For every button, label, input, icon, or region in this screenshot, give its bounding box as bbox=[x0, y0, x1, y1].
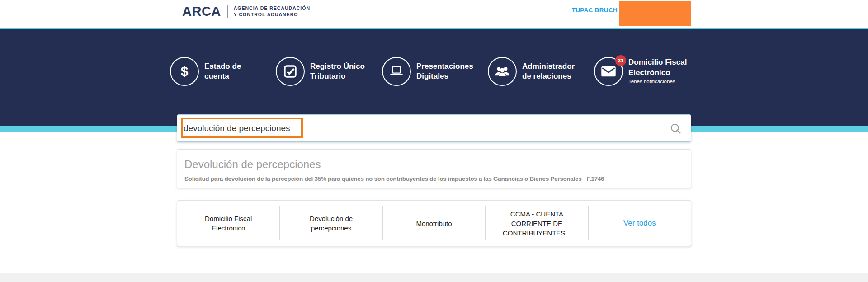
search-result-item[interactable]: Devolución de percepciones Solicitud par… bbox=[177, 149, 691, 188]
result-title: Devolución de percepciones bbox=[184, 158, 684, 171]
top-header: ARCA AGENCIA DE RECAUDACIÓN Y CONTROL AD… bbox=[0, 0, 868, 28]
search-input[interactable] bbox=[184, 115, 658, 141]
logo-divider bbox=[227, 5, 228, 18]
nav-item-registro-unico-tributario[interactable]: Registro Único Tributario bbox=[276, 57, 365, 86]
quick-link-domicilio-fiscal-electronico[interactable]: Domicilio Fiscal Electrónico bbox=[177, 201, 279, 246]
nav-item-label: Administrador de relaciones bbox=[522, 61, 575, 82]
redacted-header-button[interactable] bbox=[619, 1, 691, 26]
nav-item-label: Estado de cuenta bbox=[204, 61, 241, 82]
nav-item-domicilio-fiscal-electronico[interactable]: 31 Domicilio Fiscal Electrónico Tenés no… bbox=[594, 57, 687, 86]
page: ARCA AGENCIA DE RECAUDACIÓN Y CONTROL AD… bbox=[0, 0, 868, 282]
dollar-icon: $ bbox=[170, 57, 199, 86]
arca-logo[interactable]: ARCA AGENCIA DE RECAUDACIÓN Y CONTROL AD… bbox=[182, 4, 310, 19]
see-all-link[interactable]: Ver todos bbox=[589, 201, 691, 246]
checkbox-icon bbox=[276, 57, 305, 86]
notification-badge: 31 bbox=[615, 55, 626, 66]
nav-item-estado-de-cuenta[interactable]: $ Estado de cuenta bbox=[170, 57, 241, 86]
notification-subtitle: Tenés notificaciones bbox=[628, 78, 687, 85]
footer-strip bbox=[0, 273, 868, 282]
nav-item-label: Presentaciones Digitales bbox=[416, 61, 473, 82]
group-icon bbox=[488, 57, 517, 86]
quick-links-card: Domicilio Fiscal Electrónico Devolución … bbox=[177, 200, 691, 246]
nav-item-administrador-de-relaciones[interactable]: Administrador de relaciones bbox=[488, 57, 575, 86]
envelope-icon: 31 bbox=[594, 57, 623, 86]
search-box bbox=[177, 114, 691, 142]
nav-item-label: Domicilio Fiscal Electrónico Tenés notif… bbox=[628, 57, 687, 85]
quick-link-monotributo[interactable]: Monotributo bbox=[383, 201, 485, 246]
search-icon[interactable] bbox=[670, 122, 682, 135]
quick-link-ccma[interactable]: CCMA - CUENTA CORRIENTE DE CONTRIBUYENTE… bbox=[486, 201, 588, 246]
quick-link-devolucion-de-percepciones[interactable]: Devolución de percepciones bbox=[280, 201, 382, 246]
user-name[interactable]: TUPAC BRUCH bbox=[572, 7, 618, 14]
arca-logo-brand: ARCA bbox=[182, 4, 221, 19]
laptop-icon bbox=[382, 57, 411, 86]
nav-item-label: Registro Único Tributario bbox=[310, 61, 365, 82]
logo-tagline: AGENCIA DE RECAUDACIÓN Y CONTROL ADUANER… bbox=[234, 5, 310, 18]
result-description: Solicitud para devolución de la percepci… bbox=[184, 175, 684, 182]
nav-item-presentaciones-digitales[interactable]: Presentaciones Digitales bbox=[382, 57, 473, 86]
